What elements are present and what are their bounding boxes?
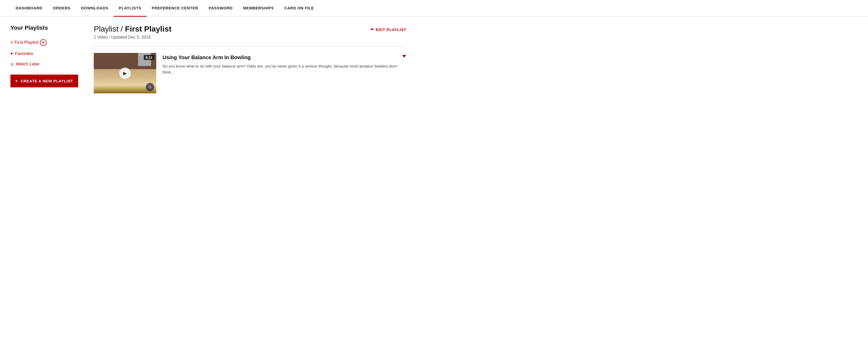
nav-orders[interactable]: ORDERS: [48, 0, 76, 17]
sidebar-title: Your Playlists: [10, 25, 78, 31]
sidebar-item-favorites[interactable]: ♥ Favorites: [10, 49, 78, 59]
sidebar-item-watch-later[interactable]: ⊙ Watch Later: [10, 59, 78, 69]
remove-video-icon[interactable]: [402, 55, 406, 58]
video-description: Do you know what to do with your balance…: [162, 63, 406, 75]
video-title-row: Using Your Balance Arm In Bowling: [162, 54, 406, 61]
nav-memberships[interactable]: MEMBERSHIPS: [238, 0, 279, 17]
nav-dashboard[interactable]: DASHBOARD: [10, 0, 48, 17]
sidebar-item-first-playlist[interactable]: ≡ First Playlist ✕: [10, 36, 78, 49]
plus-icon: +: [15, 78, 18, 84]
nav-preference-center[interactable]: PREFERENCE CENTER: [147, 0, 204, 17]
breadcrumb-prefix: Playlist /: [94, 25, 123, 33]
nav-password[interactable]: PASSWORD: [204, 0, 238, 17]
sidebar: Your Playlists ≡ First Playlist ✕ ♥ Favo…: [10, 25, 78, 93]
pencil-icon: ✏: [371, 27, 374, 32]
play-button[interactable]: ▶: [119, 67, 131, 79]
nav-downloads[interactable]: DOWNLOADS: [76, 0, 114, 17]
video-overlay-icon: ⊙: [146, 83, 154, 91]
edit-playlist-link[interactable]: ✏ EDIT PLAYLIST: [371, 27, 406, 32]
playlist-subtitle: 1 Video / Updated Dec 5, 2018: [94, 35, 172, 40]
main-container: Your Playlists ≡ First Playlist ✕ ♥ Favo…: [0, 17, 417, 101]
delete-playlist-button[interactable]: ✕: [40, 39, 46, 46]
heart-icon: ♥: [10, 51, 13, 56]
video-thumbnail[interactable]: 8:13 ▶ ⊙: [94, 53, 156, 93]
content-area: Playlist / First Playlist 1 Video / Upda…: [94, 25, 406, 93]
watch-later-label: Watch Later: [16, 61, 39, 67]
first-playlist-label: First Playlist: [14, 40, 38, 45]
video-info: Using Your Balance Arm In Bowling Do you…: [162, 53, 406, 75]
content-header: Playlist / First Playlist 1 Video / Upda…: [94, 25, 406, 41]
video-title-text: Using Your Balance Arm In Bowling: [162, 54, 400, 61]
header-text: Playlist / First Playlist 1 Video / Upda…: [94, 25, 172, 41]
video-item: 8:13 ▶ ⊙ Using Your Balance Arm In Bowli…: [94, 53, 406, 93]
top-nav: DASHBOARD ORDERS DOWNLOADS PLAYLISTS PRE…: [0, 0, 868, 17]
favorites-label: Favorites: [15, 51, 33, 56]
hamburger-icon: ≡: [10, 40, 13, 45]
nav-card-on-file[interactable]: CARD ON FILE: [279, 0, 319, 17]
create-playlist-button[interactable]: + CREATE A NEW PLAYLIST: [10, 75, 78, 87]
clock-icon: ⊙: [10, 62, 14, 67]
nav-playlists[interactable]: PLAYLISTS: [114, 0, 147, 17]
edit-playlist-label: EDIT PLAYLIST: [376, 27, 406, 32]
create-playlist-label: CREATE A NEW PLAYLIST: [21, 79, 73, 83]
video-duration-badge: 8:13: [144, 55, 154, 60]
breadcrumb: Playlist / First Playlist: [94, 25, 172, 33]
breadcrumb-playlist-name: First Playlist: [125, 25, 172, 33]
